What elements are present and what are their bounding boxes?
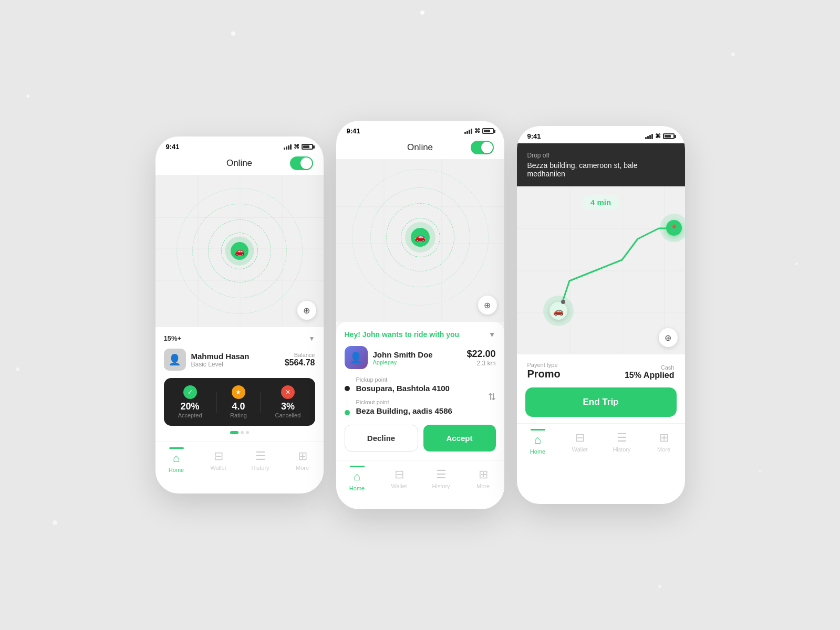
swap-icon[interactable]: ⇅ [488,391,496,403]
nav-history-2[interactable]: ☰ History [426,468,457,489]
fare-column: $22.00 2.3 km [466,349,495,367]
route-section: Pickup point Bosupara, Bashtola 4100 Pic… [345,376,496,417]
nav-active-bar-3 [531,429,545,430]
accept-button[interactable]: Accept [423,425,496,452]
nav-home-label-3: Home [530,448,545,455]
history-icon-1: ☰ [255,449,266,463]
home-icon-3: ⌂ [534,433,541,447]
ride-request-panel: Hey! John wants to ride with you ▼ 👤 Joh… [336,322,504,460]
phone-2-header: Online [336,138,504,159]
stat-rating: ★ 4.0 Rating [230,385,247,418]
x-icon: ✕ [281,385,295,399]
toggle-knob-2 [481,142,493,153]
stat-divider-1 [216,392,216,413]
dot-active [230,431,238,434]
phone-3: 9:41 ⌘ Drop off Bezza building, cameroon… [517,126,685,504]
nav-more-1[interactable]: ⊞ More [287,449,318,471]
wifi-icon-2: ⌘ [474,128,480,134]
dropoff-header: Drop off Bezza building, cameroon st, ba… [517,143,685,186]
nav-wallet-label-1: Wallet [210,465,226,471]
stat-accepted-value: 20% [178,401,202,412]
surge-badge: 15%+ [164,334,182,342]
dropoff-header-label: Drop off [527,152,675,159]
nav-home-label-2: Home [349,485,365,491]
stat-accepted-label: Accepted [178,412,202,418]
phone-1: 9:41 ⌘ Online [155,136,324,494]
nav-wallet-3[interactable]: ⊟ Wallet [564,431,596,453]
fare-amount: $22.00 [466,349,495,360]
decline-button[interactable]: Decline [345,425,418,452]
phone-2: 9:41 ⌘ Online [336,121,504,509]
end-trip-button[interactable]: End Trip [525,387,677,417]
online-title-1: Online [226,158,252,169]
location-btn-2[interactable]: ⊕ [478,296,497,314]
stat-rating-label: Rating [230,412,247,418]
driver-level: Basic Level [191,361,250,368]
map-area-1: 🚗 ⊕ [155,175,324,327]
stat-cancelled-value: 3% [275,401,300,412]
signal-icon-2 [464,129,472,134]
phones-container: 9:41 ⌘ Online [155,121,685,509]
car-marker-1: 🚗 [231,242,248,260]
stats-card: ✓ 20% Accepted ★ 4.0 Rating ✕ 3% Cancell… [164,378,315,426]
nav-history-3[interactable]: ☰ History [606,431,638,453]
payment-type-label: Payent type [527,362,561,368]
surge-row: 15%+ ▼ [164,334,315,342]
time-3: 9:41 [527,132,541,140]
chevron-down-icon-2: ▼ [489,330,496,339]
battery-icon-2 [482,128,494,134]
home-icon-1: ⌂ [173,452,180,465]
wallet-icon-3: ⊟ [575,431,585,445]
nav-history-1[interactable]: ☰ History [245,449,276,471]
request-title: Hey! John wants to ride with you [345,330,460,339]
nav-home-2[interactable]: ⌂ Home [341,466,373,491]
dot-2 [246,431,249,434]
car-glow-3 [543,296,574,326]
map-area-2: 🚗 ⊕ [336,159,504,322]
nav-wallet-2[interactable]: ⊟ Wallet [383,468,415,489]
nav-wallet-1[interactable]: ⊟ Wallet [203,449,234,471]
stat-cancelled-label: Cancelled [275,412,300,418]
time-badge: 4 min [582,195,619,210]
location-btn-3[interactable]: ⊕ [659,328,678,347]
fare-distance: 2.3 km [466,360,495,367]
payment-cash-value: 15% Applied [625,371,675,380]
toggle-knob [300,158,312,169]
payment-type-col: Payent type Promo [527,362,561,380]
nav-history-label-1: History [251,465,269,471]
time-2: 9:41 [347,127,360,135]
driver-row: 👤 Mahmud Hasan Basic Level Balance $564.… [164,349,315,371]
bottom-panel-1: 15%+ ▼ 👤 Mahmud Hasan Basic Level Balanc… [155,327,324,442]
online-toggle-1[interactable] [290,156,313,170]
battery-icon [302,144,313,150]
stat-divider-2 [261,392,261,413]
status-bar-3: 9:41 ⌘ [517,126,685,143]
bottom-nav-2: ⌂ Home ⊟ Wallet ☰ History ⊞ More [336,460,504,500]
wifi-icon: ⌘ [294,143,299,150]
route-dot [561,300,565,304]
dropoff-label: Pickout point [356,399,496,405]
nav-active-bar-2 [350,466,365,467]
dropoff-header-address: Bezza building, cameroon st, bale medhan… [527,161,675,178]
status-icons-1: ⌘ [284,143,313,150]
online-toggle-2[interactable] [471,141,494,154]
nav-wallet-label-3: Wallet [572,446,587,453]
route-icons [345,376,350,417]
chevron-down-icon: ▼ [309,335,315,342]
nav-more-3[interactable]: ⊞ More [648,431,680,453]
nav-home-3[interactable]: ⌂ Home [522,429,554,455]
payment-cash-label: Cash [625,364,675,371]
nav-more-2[interactable]: ⊞ More [468,468,499,489]
stat-accepted: ✓ 20% Accepted [178,385,202,418]
balance-column: Balance $564.78 [285,352,315,368]
nav-home-label-1: Home [169,467,184,473]
stat-rating-value: 4.0 [230,401,247,412]
pagination-dots-1 [164,431,315,434]
action-buttons: Decline Accept [345,425,496,452]
status-icons-2: ⌘ [464,128,494,134]
nav-home-1[interactable]: ⌂ Home [161,447,192,473]
location-btn-1[interactable]: ⊕ [297,301,316,320]
check-icon: ✓ [183,385,197,399]
passenger-row: 👤 John Smith Doe Applepay $22.00 2.3 km [345,346,496,369]
pickup-dot [345,386,350,391]
